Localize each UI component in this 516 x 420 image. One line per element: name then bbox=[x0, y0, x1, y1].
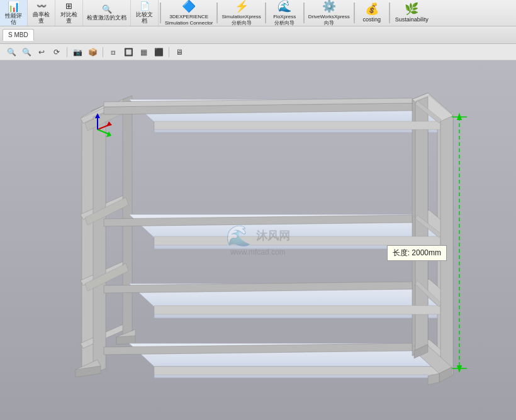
icon-sep-1 bbox=[67, 47, 67, 57]
flo-xpress-button[interactable]: 🌊 FloXpress分析向导 bbox=[267, 0, 302, 26]
svg-marker-44 bbox=[154, 236, 440, 245]
separator-6 bbox=[389, 3, 390, 23]
compare-doc-label: 比较文档 bbox=[136, 12, 153, 25]
zoom2-icon[interactable]: 🔍 bbox=[20, 46, 33, 58]
costing-button[interactable]: 💰 costing bbox=[356, 0, 388, 26]
icon-sep-3 bbox=[169, 47, 169, 57]
compare-label: 对比检查 bbox=[60, 12, 77, 25]
sim-xpress-icon: ⚡ bbox=[235, 0, 249, 13]
rotate-icon[interactable]: ⟳ bbox=[50, 46, 63, 58]
doc-check-label: 检查激活的文档 bbox=[87, 15, 126, 21]
drive-works-label: DriveWorksXpress向导 bbox=[308, 14, 350, 26]
flo-xpress-label: FloXpress分析向导 bbox=[273, 14, 296, 26]
table-icon[interactable]: ▦ bbox=[137, 46, 150, 58]
compare-check-button[interactable]: ⊞ 对比检查 bbox=[55, 0, 83, 26]
separator-5 bbox=[354, 3, 355, 23]
svg-marker-46 bbox=[154, 367, 440, 375]
zoom-icon[interactable]: 🔍 bbox=[5, 46, 18, 58]
compare-doc-icon: 📄 bbox=[140, 1, 150, 11]
svg-marker-45 bbox=[154, 306, 440, 314]
fill-icon[interactable]: ⬛ bbox=[152, 46, 165, 58]
dimension-tooltip: 长度: 2000mm bbox=[387, 245, 447, 261]
undo-icon[interactable]: ↩ bbox=[35, 46, 48, 58]
sub-toolbar: S MBD bbox=[0, 26, 516, 44]
sustainability-button[interactable]: 🌿 Sustainability bbox=[391, 0, 432, 26]
svg-marker-2 bbox=[82, 115, 94, 376]
grid-icon[interactable]: ⧈ bbox=[107, 46, 120, 58]
sustainability-label: Sustainability bbox=[395, 16, 429, 23]
box-icon[interactable]: 📦 bbox=[86, 46, 99, 58]
performance-eval-button[interactable]: 📊 性能评估 bbox=[0, 0, 28, 26]
separator-4 bbox=[303, 3, 305, 23]
curvature-icon: 〰️ bbox=[36, 1, 47, 11]
model-svg bbox=[0, 60, 516, 420]
main-toolbar: 📊 性能评估 〰️ 曲率检查 ⊞ 对比检查 🔍 检查激活的文档 📄 比较文档 🔷… bbox=[0, 0, 516, 26]
doc-check-icon: 🔍 bbox=[102, 4, 112, 14]
monitor-icon[interactable]: 🖥 bbox=[173, 46, 186, 58]
costing-label: costing bbox=[363, 16, 381, 23]
separator-2 bbox=[216, 3, 218, 23]
drive-works-button[interactable]: ⚙️ DriveWorksXpress向导 bbox=[306, 0, 352, 26]
curvature-label: 曲率检查 bbox=[33, 12, 50, 25]
performance-eval-icon: 📊 bbox=[8, 1, 20, 13]
3dexp-sim-icon-row: 🔷 bbox=[182, 0, 196, 13]
dimension-value: 2000mm bbox=[412, 248, 441, 257]
performance-eval-label: 性能评估 bbox=[5, 13, 22, 26]
3dexp-sim-button[interactable]: 🔷 3DEXPERIENCESimulation Connector bbox=[162, 0, 215, 26]
doc-check-button[interactable]: 🔍 检查激活的文档 bbox=[83, 0, 131, 26]
icon-bar: 🔍 🔍 ↩ ⟳ 📷 📦 ⧈ 🔲 ▦ ⬛ 🖥 bbox=[0, 44, 516, 60]
sustainability-icon: 🌿 bbox=[405, 3, 418, 16]
compare-doc-button[interactable]: 📄 比较文档 bbox=[131, 0, 159, 26]
flo-xpress-icon: 🌊 bbox=[278, 0, 291, 13]
svg-marker-8 bbox=[93, 112, 106, 373]
sim-xpress-button[interactable]: ⚡ SimulationXpress分析向导 bbox=[219, 0, 263, 26]
compare-icon: ⊞ bbox=[65, 1, 72, 11]
svg-marker-43 bbox=[154, 121, 440, 130]
camera-icon[interactable]: 📷 bbox=[71, 46, 84, 58]
curvature-check-button[interactable]: 〰️ 曲率检查 bbox=[28, 0, 55, 26]
separator-3 bbox=[265, 3, 266, 23]
mbd-tab[interactable]: S MBD bbox=[3, 29, 34, 41]
square-icon[interactable]: 🔲 bbox=[122, 46, 135, 58]
sim-xpress-label: SimulationXpress分析向导 bbox=[222, 14, 261, 26]
viewport[interactable]: 🌊 沐风网 www.mfcad.com 长度: 2000mm bbox=[0, 60, 516, 420]
costing-icon: 💰 bbox=[365, 3, 379, 16]
3dexp-sim-label: 3DEXPERIENCESimulation Connector bbox=[165, 14, 213, 26]
icon-sep-2 bbox=[103, 47, 103, 57]
separator-1 bbox=[160, 3, 161, 23]
dimension-key: 长度: bbox=[393, 248, 410, 257]
drive-works-icon: ⚙️ bbox=[322, 0, 336, 13]
